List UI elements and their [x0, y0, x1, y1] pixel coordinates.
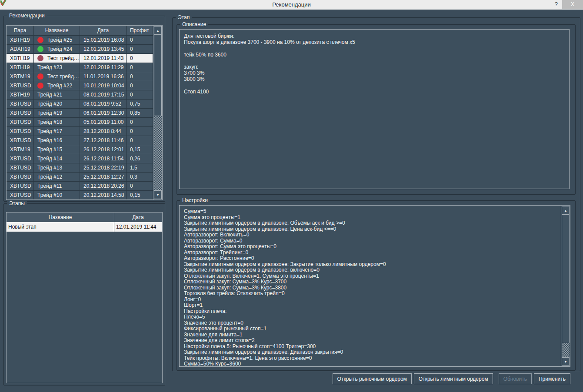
- table-row[interactable]: XBTUSDТрейд #1906.01.2019 12:300,85: [7, 108, 162, 117]
- table-row[interactable]: XBTUSDТрейд #1020.12.2018 14:580,15: [7, 190, 162, 199]
- status-dot-red-icon: [37, 37, 43, 43]
- cell-date: 26.12.2018 11:54: [80, 154, 127, 163]
- scroll-up-icon[interactable]: ▲: [562, 206, 570, 215]
- status-dot-red-icon: [37, 83, 43, 89]
- cell-date: 28.12.2018 8:44: [80, 127, 127, 136]
- cell-pair: ADAH19: [7, 45, 34, 53]
- description-textbox[interactable]: Для тестовой биржи: Покупа шорт в диапаз…: [179, 29, 570, 189]
- cell-profit: 0,3: [127, 173, 153, 181]
- cell-name: Трейд #11: [34, 182, 80, 190]
- table-row[interactable]: Новый этап12.01.2019 11:44: [7, 222, 162, 232]
- table-row[interactable]: XBTUSDТрейд #1120.12.2018 20:260: [7, 181, 162, 190]
- cell-profit: 0: [127, 36, 153, 44]
- close-button[interactable]: X: [562, 0, 583, 9]
- table-row[interactable]: XBTH19Трейд #2312.01.2019 11:290: [7, 63, 162, 72]
- cell-date: 20.12.2018 20:26: [80, 182, 127, 190]
- scrollbar-thumb[interactable]: [562, 214, 570, 343]
- table-row[interactable]: XBTH19Тест трейд…12.01.2019 11:430: [7, 53, 162, 63]
- app-window: Рекомендации ? X Рекомендации ПараНазван…: [0, 0, 583, 392]
- cell-profit: 0: [127, 63, 153, 72]
- cell-profit: 0: [127, 118, 153, 126]
- scroll-down-icon[interactable]: ▼: [154, 190, 162, 199]
- cell-date: 08.01.2019 17:15: [80, 90, 127, 99]
- recommendations-table-body: XBTH19Трейд #2515.01.2019 16:080ADAH19Тр…: [7, 35, 162, 199]
- cell-pair: XBTUSD: [7, 109, 34, 117]
- stage-group-label: Этап: [176, 14, 192, 21]
- cell-name: Трейд #13: [34, 163, 80, 172]
- scrollbar-track[interactable]: [562, 343, 570, 358]
- cell-name: Трейд #21: [34, 90, 80, 99]
- table-row[interactable]: XBTUSDТрейд #1426.12.2018 11:540,26: [7, 154, 162, 163]
- table-row[interactable]: XBTUSDТрейд #2210.01.2019 10:040: [7, 81, 162, 90]
- column-header-2[interactable]: Дата: [80, 26, 127, 35]
- cell-name: Трейд #16: [34, 136, 80, 145]
- scroll-up-icon[interactable]: ▲: [154, 26, 162, 35]
- cell-name: Трейд #19: [34, 109, 80, 117]
- cell-profit: 0: [127, 45, 153, 53]
- settings-scrollbar[interactable]: ▲ ▼: [561, 206, 570, 366]
- table-row[interactable]: ADAH19Трейд #2412.01.2019 13:450: [7, 44, 162, 53]
- recommendations-table: ПараНазваниеДатаПрофит XBTH19Трейд #2515…: [6, 25, 163, 200]
- cell-name: Тест трейд…: [34, 54, 80, 63]
- table-row[interactable]: XBTUSDТрейд #1627.12.2018 11:460: [7, 136, 162, 145]
- stages-table: НазваниеДата Новый этап12.01.2019 11:44: [6, 212, 163, 383]
- help-button[interactable]: ?: [555, 1, 558, 7]
- table-row[interactable]: XBTM19Трейд #1526.12.2018 12:010,15: [7, 145, 162, 154]
- recommendations-group-label: Рекомендации: [7, 13, 47, 19]
- cell-date: 25.12.2018 22:19: [80, 163, 127, 172]
- scrollbar-track[interactable]: [154, 116, 162, 191]
- column-header-0[interactable]: Пара: [7, 26, 34, 35]
- action-buttons: Открыть рыночным ордером Открыть лимитны…: [333, 373, 570, 384]
- cell-date: 10.01.2019 10:04: [80, 81, 127, 90]
- cell-name: Тест трейд…: [34, 72, 80, 81]
- cell-pair: XBTH19: [7, 63, 34, 72]
- cell-name: Новый этап: [7, 222, 114, 232]
- cell-pair: XBTUSD: [7, 182, 34, 190]
- cell-pair: XBTUSD: [7, 127, 34, 136]
- cell-pair: XBTUSD: [7, 191, 34, 199]
- cell-profit: 0: [127, 136, 153, 145]
- stages-table-body: Новый этап12.01.2019 11:44: [7, 222, 162, 232]
- column-header-3[interactable]: Профит: [127, 26, 153, 35]
- cell-profit: 0: [127, 90, 153, 99]
- table-row[interactable]: XBTH19Трейд #2515.01.2019 16:080: [7, 35, 162, 44]
- cell-date: 06.01.2019 12:30: [80, 109, 127, 117]
- column-header-1[interactable]: Название: [34, 26, 80, 35]
- table-row[interactable]: XBTH19Трейд #2108.01.2019 17:150: [7, 90, 162, 99]
- scroll-down-icon[interactable]: ▼: [562, 357, 570, 366]
- column-header-1[interactable]: Дата: [114, 213, 162, 222]
- cell-name: Трейд #12: [34, 173, 80, 181]
- cell-pair: XBTUSD: [7, 136, 34, 145]
- table-row[interactable]: XBTUSDТрейд #1728.12.2018 8:440: [7, 126, 162, 136]
- table-row[interactable]: XBTUSDТрейд #2008.01.2019 9:520,75: [7, 99, 162, 108]
- cell-pair: XBTH19: [7, 90, 34, 99]
- table-row[interactable]: XBTM19Тест трейд…11.01.2019 16:360: [7, 72, 162, 81]
- cell-profit: 0: [127, 127, 153, 136]
- recommendations-group: Рекомендации ПараНазваниеДатаПрофит XBTH…: [3, 16, 165, 202]
- open-limit-order-button[interactable]: Открыть лимитным ордером: [414, 373, 493, 384]
- cell-profit: 0: [127, 81, 153, 90]
- cell-profit: 0,15: [127, 191, 153, 199]
- table-row[interactable]: XBTUSDТрейд #1225.12.2018 12:270,3: [7, 172, 162, 181]
- refresh-button: Обновить: [499, 373, 532, 384]
- column-header-0[interactable]: Название: [7, 213, 114, 222]
- cell-profit: 0,15: [127, 145, 153, 154]
- cell-name: Трейд #20: [34, 100, 80, 108]
- cell-pair: XBTUSD: [7, 81, 34, 90]
- cell-pair: XBTM19: [7, 72, 34, 81]
- cell-profit: 0: [127, 54, 153, 63]
- apply-button[interactable]: Применить: [534, 373, 570, 384]
- main-content: Рекомендации ПараНазваниеДатаПрофит XBTH…: [0, 10, 583, 392]
- cell-date: 12.01.2019 13:45: [80, 45, 127, 53]
- settings-textbox[interactable]: Сумма=5 Сумма это проценты=1 Закрытие ли…: [179, 205, 570, 367]
- cell-name: Трейд #14: [34, 154, 80, 163]
- scrollbar-thumb[interactable]: [154, 34, 162, 116]
- recommendations-scrollbar[interactable]: ▲ ▼: [153, 26, 162, 199]
- cell-profit: 0: [127, 182, 153, 190]
- cell-pair: XBTUSD: [7, 154, 34, 163]
- cell-pair: XBTM19: [7, 145, 34, 154]
- open-market-order-button[interactable]: Открыть рыночным ордером: [333, 373, 412, 384]
- cell-date: 25.12.2018 12:27: [80, 173, 127, 181]
- table-row[interactable]: XBTUSDТрейд #1325.12.2018 22:191,5: [7, 163, 162, 172]
- table-row[interactable]: XBTUSDТрейд #1805.01.2019 11:000: [7, 117, 162, 126]
